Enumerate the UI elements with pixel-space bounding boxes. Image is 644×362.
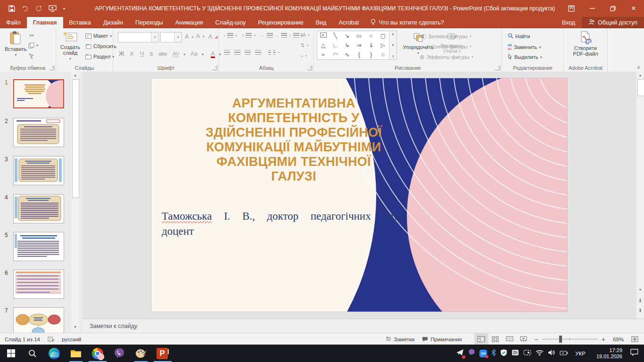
shape-callout-icon[interactable]: ▷ — [381, 42, 385, 49]
taskbar-chrome-icon[interactable] — [87, 345, 108, 362]
close-button[interactable]: × — [623, 0, 644, 17]
decrease-indent-icon[interactable]: ← — [261, 33, 273, 38]
tab-transitions[interactable]: Переходы — [129, 17, 169, 28]
taskbar-viber-icon[interactable] — [108, 345, 130, 362]
shape-line-icon[interactable]: ╲ — [333, 33, 337, 39]
shape-curve-icon[interactable]: ∿ — [345, 51, 349, 58]
previous-slide-icon[interactable]: ▲▲ — [636, 296, 644, 304]
taskbar-powerpoint-icon[interactable]: P — [152, 345, 173, 362]
tab-slideshow[interactable]: Слайд-шоу — [209, 17, 252, 28]
scroll-up-icon[interactable]: ▲ — [71, 72, 79, 79]
italic-button[interactable]: К — [130, 50, 134, 58]
paste-button[interactable]: Вставить ▾ — [5, 31, 27, 57]
scroll-down-icon[interactable]: ▼ — [636, 286, 644, 293]
smartart-icon[interactable]: ⤷▾ — [300, 53, 307, 59]
thumbnails-scrollbar[interactable]: ▲ ▼ — [71, 72, 79, 333]
tab-file[interactable]: Файл — [0, 17, 27, 28]
layout-button[interactable]: Макет▾ — [85, 33, 112, 39]
underline-button[interactable]: Ч — [140, 50, 144, 57]
drawing-dialog-launcher[interactable]: ↘ — [495, 65, 500, 70]
strikethrough-button[interactable]: abc — [159, 51, 167, 57]
shape-elbow-arrow-icon[interactable]: ↳ — [345, 42, 349, 49]
shapes-scroll-up-icon[interactable]: ▲ — [391, 32, 395, 35]
slide-title[interactable]: АРГУМЕНТАТИВНА КОМПЕТЕНТНІСТЬ У ЗДІЙСНЕН… — [183, 96, 405, 184]
columns-icon[interactable]: ▾ — [268, 50, 280, 55]
shape-arrow-icon[interactable]: ↘ — [345, 33, 349, 39]
tab-design[interactable]: Дизайн — [97, 17, 129, 28]
text-direction-icon[interactable]: ‖A▾ — [300, 32, 310, 38]
tray-screen-clip-icon[interactable] — [523, 349, 531, 358]
align-center-icon[interactable] — [234, 50, 240, 55]
font-name-combo[interactable]: ▾ — [118, 32, 159, 42]
slide-thumbnail-4[interactable] — [13, 194, 64, 223]
shapes-scroll-down-icon[interactable]: ▼ — [391, 43, 395, 47]
minimize-button[interactable] — [582, 0, 603, 17]
tray-battery-icon[interactable] — [560, 349, 568, 358]
tab-home[interactable]: Главная — [27, 17, 63, 28]
tab-view[interactable]: Вид — [310, 17, 333, 28]
shape-fill-item[interactable]: ◧Заливка фигуры▾ — [421, 33, 471, 39]
collapse-ribbon-icon[interactable]: ∧ — [637, 65, 640, 70]
shape-rectangle-icon[interactable]: ▭ — [356, 33, 362, 39]
customize-qat-icon[interactable]: ▾ — [63, 7, 65, 11]
slide-thumbnail-6[interactable] — [13, 270, 64, 299]
shape-star-icon[interactable]: ☆ — [380, 51, 386, 58]
tell-me-box[interactable]: Что вы хотите сделать? — [365, 17, 449, 28]
shape-scribble-icon[interactable]: ≈ — [322, 51, 325, 58]
ribbon-display-options-icon[interactable] — [561, 0, 582, 17]
bullets-icon[interactable]: •▾ — [224, 33, 237, 38]
scroll-down-icon[interactable]: ▼ — [71, 323, 79, 330]
tray-telegram-icon[interactable] — [456, 349, 464, 358]
slide-thumbnail-7[interactable] — [13, 307, 64, 333]
font-color-button[interactable]: А — [211, 51, 215, 58]
notes-pane[interactable]: Заметки к слайду — [83, 319, 644, 333]
tab-review[interactable]: Рецензирование — [252, 17, 310, 28]
find-item[interactable]: Найти — [508, 33, 530, 40]
shape-elbow-icon[interactable]: ∟ — [332, 42, 338, 49]
tray-viber-icon[interactable] — [468, 349, 475, 358]
shrink-font-icon[interactable]: A▼ — [196, 33, 205, 40]
shape-down-arrow-icon[interactable]: ⇓ — [369, 42, 373, 49]
tray-zoom-icon[interactable]: zm — [479, 350, 487, 357]
zoom-slider[interactable] — [542, 333, 598, 345]
sign-in-button[interactable]: Вход — [555, 17, 582, 28]
slide-thumbnail-2[interactable] — [13, 118, 64, 147]
keyboard-language-indicator[interactable]: УКР — [572, 351, 588, 356]
new-slide-button[interactable]: Создать слайд ▾ — [58, 31, 83, 61]
increase-indent-icon[interactable]: → — [275, 33, 287, 38]
slide-thumbnail-5[interactable] — [13, 232, 64, 261]
shapes-more-icon[interactable]: ⊽ — [392, 55, 394, 58]
shapes-gallery[interactable]: A ╲ ↘ ▭ ○ ▢ △ ∟ ↳ ⇒ ⇓ ▷ ≈ ◠ ∿ { } — [317, 31, 397, 60]
clipboard-dialog-launcher[interactable]: ↘ — [49, 65, 54, 70]
share-button[interactable]: Общий доступ — [582, 17, 644, 28]
scrollbar-thumb[interactable] — [637, 79, 644, 96]
shape-right-brace-icon[interactable]: } — [370, 51, 372, 58]
taskbar-paint-icon[interactable] — [130, 345, 152, 362]
shape-triangle-icon[interactable]: △ — [321, 42, 325, 49]
zoom-out-button[interactable]: − — [531, 333, 542, 345]
slide-counter[interactable]: Слайд 1 из 14 — [0, 333, 44, 345]
reading-view-button[interactable] — [503, 333, 517, 345]
justify-icon[interactable] — [255, 50, 261, 55]
comments-toggle[interactable]: Примечания — [418, 333, 465, 345]
slide-thumbnail-3[interactable] — [13, 156, 64, 185]
tab-insert[interactable]: Вставка — [63, 17, 97, 28]
align-text-icon[interactable]: ⇅▾ — [300, 42, 308, 49]
align-left-icon[interactable] — [224, 50, 230, 55]
shape-right-arrow-icon[interactable]: ⇒ — [357, 42, 362, 49]
font-dialog-launcher[interactable]: ↘ — [212, 65, 217, 70]
slideshow-view-button[interactable] — [517, 333, 531, 345]
tray-volume-icon[interactable] — [548, 349, 555, 358]
taskbar-clock[interactable]: 17:29 19.01.2026 — [593, 347, 626, 360]
replace-item[interactable]: abacЗаменить▾ — [508, 43, 541, 51]
tab-animations[interactable]: Анимация — [169, 17, 209, 28]
taskbar-edge-icon[interactable] — [43, 345, 65, 362]
tray-bluetooth-icon[interactable] — [491, 349, 496, 358]
shape-left-brace-icon[interactable]: { — [358, 51, 360, 58]
shape-arc-icon[interactable]: ◠ — [333, 51, 338, 58]
notes-toggle[interactable]: Заметки — [382, 333, 418, 345]
notification-center-icon[interactable] — [630, 349, 641, 358]
slide-sorter-view-button[interactable] — [488, 333, 503, 345]
font-size-combo[interactable]: ▾ — [160, 32, 182, 42]
next-slide-icon[interactable]: ▼▼ — [636, 307, 644, 314]
